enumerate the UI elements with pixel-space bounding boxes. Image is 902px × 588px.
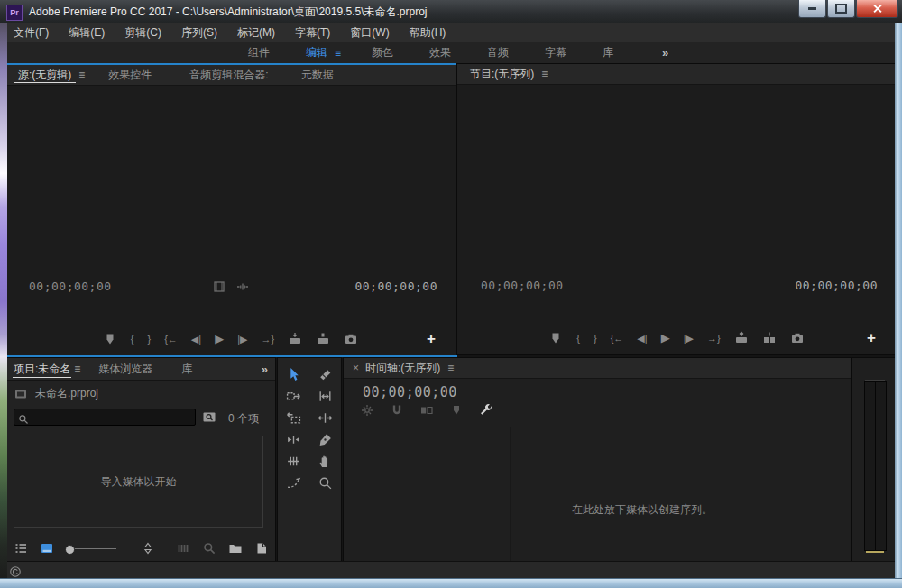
lift-button[interactable] [734,331,749,345]
media-browser-search-icon[interactable] [202,409,216,424]
mark-out-button[interactable]: } [147,332,151,346]
premiere-window: Pr Adobe Premiere Pro CC 2017 - C:\Users… [0,0,902,588]
extract-button[interactable] [762,331,777,345]
workspace-tab-libraries[interactable]: 库 [584,45,631,60]
minimize-button[interactable] [798,0,826,18]
title-bar[interactable]: Pr Adobe Premiere Pro CC 2017 - C:\Users… [0,0,902,24]
tab-media-browser[interactable]: 媒体浏览器 [86,359,165,379]
nest-toggle-icon[interactable] [360,403,374,418]
menu-sequence[interactable]: 序列(S) [171,23,227,42]
export-frame-button[interactable] [344,332,358,346]
insert-button[interactable] [288,332,302,346]
workspace-tab-color[interactable]: 颜色 [354,45,411,60]
workspace-tab-audio[interactable]: 音频 [469,45,527,60]
play-button[interactable]: ▶ [215,332,224,346]
new-item-button[interactable] [254,541,269,556]
panel-close-icon[interactable]: × [344,362,364,374]
workspace-overflow-icon[interactable]: » [662,46,668,60]
menu-edit[interactable]: 编辑(E) [59,23,115,42]
timeline-settings-wrench-icon[interactable] [479,403,493,418]
zoom-slider[interactable] [66,548,116,549]
snap-magnet-icon[interactable] [390,403,404,418]
go-to-out-button[interactable]: →} [262,332,275,346]
menu-help[interactable]: 帮助(H) [400,23,456,42]
icon-view-button[interactable] [40,541,54,556]
mark-in-button[interactable]: { [131,332,134,346]
find-button[interactable] [202,541,216,556]
track-select-forward-tool[interactable] [284,389,304,404]
tab-program[interactable]: 节目:(无序列) [457,64,547,84]
timeline-dropzone[interactable]: 在此处放下媒体以创建序列。 [434,457,851,562]
workspace-menu-icon[interactable]: ≡ [331,47,354,60]
source-monitor-panel[interactable]: 源:(无剪辑) ≡ 效果控件 音频剪辑混合器: 元数据 00;00;00;00 … [4,63,457,357]
menu-marker[interactable]: 标记(M) [227,23,285,42]
audio-meter-right [875,381,887,551]
step-forward-button[interactable]: |▶ [237,332,247,346]
timeline-timecode[interactable]: 00;00;00;00 [363,384,457,400]
step-forward-button[interactable]: |▶ [684,331,694,345]
go-to-in-button[interactable]: {← [164,332,178,346]
tab-timeline[interactable]: 时间轴:(无序列) [364,358,453,378]
selection-tool[interactable] [284,367,304,382]
workspace-tab-editing[interactable]: 编辑 [288,45,331,60]
ripple-edit-tool[interactable] [316,389,336,404]
workspace-tab-assembly[interactable]: 组件 [230,45,288,60]
project-overflow-icon[interactable]: » [262,363,268,376]
menu-window[interactable]: 窗口(W) [340,23,399,42]
menu-clip[interactable]: 剪辑(C) [115,23,171,42]
linked-selection-icon[interactable] [419,403,434,418]
zoom-tool[interactable] [316,475,336,491]
path-select-tool[interactable] [284,475,304,491]
step-back-button[interactable]: ◀| [637,331,647,345]
button-editor-button[interactable]: + [867,331,876,345]
button-editor-button[interactable]: + [427,332,436,346]
timeline-empty-text: 在此处放下媒体以创建序列。 [572,502,713,518]
add-marker-icon[interactable] [449,403,464,418]
automate-to-sequence-button[interactable] [176,541,190,556]
rolling-edit-tool[interactable] [316,410,336,426]
menu-file[interactable]: 文件(F) [4,23,59,42]
item-count: 0 个项 [228,411,259,427]
step-back-button[interactable]: ◀| [191,332,201,346]
project-search-box[interactable] [14,409,196,426]
tab-metadata[interactable]: 元数据 [289,65,346,85]
menu-title[interactable]: 字幕(T) [285,23,340,42]
project-panel[interactable]: 项目:未命名 ≡ 媒体浏览器 库 » 未命名.prproj 0 个项 导入媒体以… [4,357,276,563]
tab-libraries[interactable]: 库 [169,359,205,379]
overwrite-button[interactable] [316,332,330,346]
tab-project[interactable]: 项目:未命名 [5,358,79,380]
project-file-row[interactable]: 未命名.prproj [14,386,98,401]
program-monitor-panel[interactable]: 节目:(无序列) ≡ 00;00;00;00 00;00;00;00 { } {… [456,63,897,355]
list-view-button[interactable] [14,541,28,556]
meter-scale-tick [865,380,885,381]
add-marker-button[interactable] [548,331,563,345]
export-frame-button[interactable] [790,331,805,345]
go-to-in-button[interactable]: {← [611,331,624,345]
search-input[interactable] [29,411,177,424]
maximize-button[interactable] [827,0,855,18]
tab-audio-clip-mixer[interactable]: 音频剪辑混合器: [177,65,281,85]
hand-tool[interactable] [316,454,336,469]
rate-stretch-tool[interactable] [284,432,304,447]
timeline-panel[interactable]: × 时间轴:(无序列) ≡ 00;00;00;00 在此处 [343,357,851,563]
close-button[interactable] [856,0,898,18]
go-to-out-button[interactable]: →} [707,331,721,345]
tab-effect-controls[interactable]: 效果控件 [96,65,164,85]
drag-video-icon[interactable] [212,280,226,294]
mark-out-button[interactable]: } [594,331,597,345]
add-marker-button[interactable] [103,332,117,346]
creative-cloud-sync-icon[interactable] [9,565,22,577]
slip-tool[interactable] [284,410,304,426]
new-bin-button[interactable] [228,541,243,556]
workspace-tab-effects[interactable]: 效果 [411,45,469,60]
tab-source[interactable]: 源:(无剪辑) [5,65,84,85]
sort-icon[interactable] [141,541,155,556]
workspace-tab-titles[interactable]: 字幕 [527,45,584,60]
import-media-dropzone[interactable]: 导入媒体以开始 [14,436,263,528]
mark-in-button[interactable]: { [576,331,580,345]
play-button[interactable]: ▶ [661,331,670,345]
slide-tool[interactable] [284,454,304,469]
drag-audio-icon[interactable] [235,280,250,294]
razor-tool[interactable] [316,367,336,382]
pen-tool[interactable] [316,432,336,447]
